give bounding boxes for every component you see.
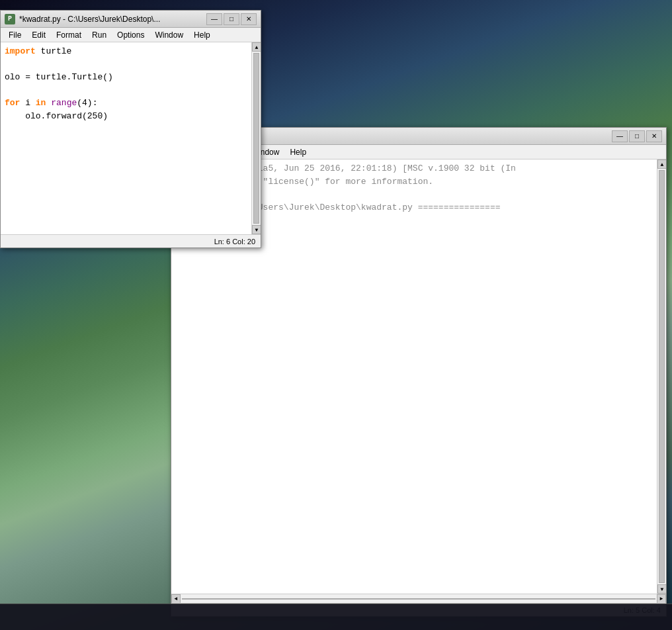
shell-vertical-scrollbar[interactable]: ▲ ▼ [657, 159, 666, 594]
shell-scroll-right[interactable]: ► [657, 594, 666, 604]
idle-editor-window: P *kwadrat.py - C:\Users\Jurek\Desktop\.… [0, 10, 261, 248]
editor-cursor-position: Ln: 6 Col: 20 [214, 238, 255, 246]
shell-window-controls: — □ ✕ [612, 130, 662, 142]
shell-maximize-button[interactable]: □ [629, 130, 645, 142]
editor-window-controls: — □ ✕ [206, 13, 257, 25]
code-editor[interactable]: import turtle olo = turtle.Turtle() for … [1, 42, 251, 234]
editor-scroll-thumb[interactable] [253, 53, 259, 224]
editor-scroll-up[interactable]: ▲ [252, 42, 261, 52]
code-line-4 [5, 84, 247, 97]
editor-code-area: import turtle olo = turtle.Turtle() for … [1, 42, 261, 234]
editor-statusbar: Ln: 6 Col: 20 [1, 234, 261, 248]
shell-menu-help[interactable]: Help [284, 146, 312, 158]
taskbar [0, 604, 672, 630]
editor-close-button[interactable]: ✕ [241, 13, 257, 25]
code-line-3: olo = turtle.Turtle() [5, 71, 247, 84]
editor-menu-edit[interactable]: Edit [26, 29, 51, 41]
shell-hscroll-thumb[interactable] [182, 598, 655, 600]
shell-horizontal-scrollbar[interactable]: ◄ ► [171, 594, 666, 603]
shell-close-button[interactable]: ✕ [646, 130, 662, 142]
editor-menu-format[interactable]: Format [51, 29, 87, 41]
shell-scroll-thumb[interactable] [659, 170, 665, 583]
shell-scroll-down[interactable]: ▼ [657, 584, 666, 594]
code-line-5: for i in range(4): [5, 97, 247, 110]
editor-vertical-scrollbar[interactable]: ▲ ▼ [251, 42, 261, 234]
code-line-6: olo.forward(250) [5, 110, 247, 123]
editor-minimize-button[interactable]: — [206, 13, 222, 25]
code-line-2 [5, 58, 247, 71]
editor-menu-file[interactable]: File [3, 29, 26, 41]
shell-minimize-button[interactable]: — [612, 130, 628, 142]
editor-menubar: File Edit Format Run Options Window Help [1, 28, 261, 42]
editor-maximize-button[interactable]: □ [224, 13, 239, 25]
editor-menu-help[interactable]: Help [189, 29, 216, 41]
shell-scroll-up[interactable]: ▲ [657, 159, 666, 169]
editor-title: *kwadrat.py - C:\Users\Jurek\Desktop\... [19, 15, 202, 24]
editor-menu-run[interactable]: Run [87, 29, 112, 41]
editor-scroll-down[interactable]: ▼ [252, 225, 261, 234]
shell-scroll-left[interactable]: ◄ [171, 594, 181, 604]
editor-app-icon: P [5, 14, 15, 24]
code-line-1: import turtle [5, 45, 247, 58]
editor-titlebar: P *kwadrat.py - C:\Users\Jurek\Desktop\.… [1, 11, 261, 28]
editor-menu-window[interactable]: Window [149, 29, 189, 41]
editor-menu-options[interactable]: Options [112, 29, 149, 41]
